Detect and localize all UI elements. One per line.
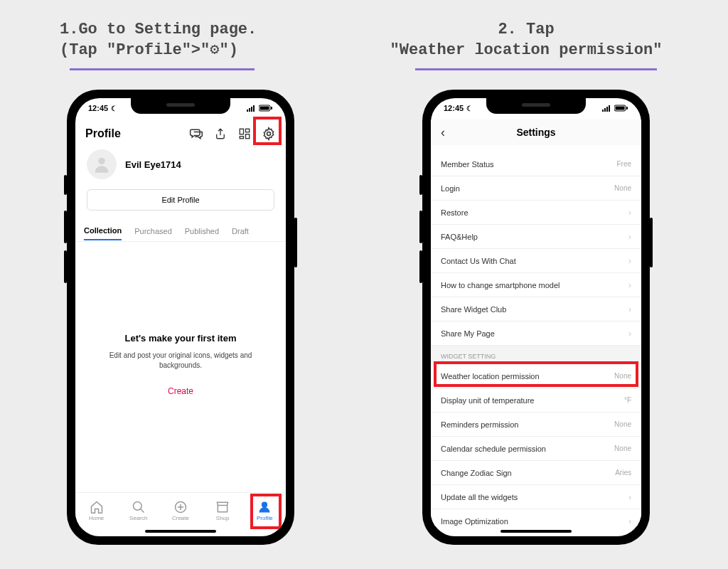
status-time: 12:45 (444, 104, 464, 112)
nav-create-label: Create (172, 515, 189, 521)
row-value: None (614, 445, 631, 452)
phone2-side-volup (419, 211, 422, 243)
row-value: None (614, 184, 631, 192)
svg-rect-18 (606, 107, 608, 112)
phone1-side-voldown (64, 250, 67, 283)
nav-create[interactable]: Create (163, 500, 198, 521)
row-value: Free (616, 160, 631, 168)
phone2-side-mute (419, 175, 422, 195)
empty-state: Let's make your first item Edit and post… (75, 333, 286, 396)
row-label: Share My Page (441, 329, 495, 338)
phone1-side-volup (64, 211, 67, 243)
signal-icon (602, 105, 612, 112)
svg-rect-16 (602, 110, 604, 112)
step2-instruction: 2. Tap "Weather location permission" (363, 20, 690, 60)
row-calendar[interactable]: Calendar schedule permission None (431, 437, 641, 461)
phone2-side-power (650, 218, 653, 267)
chevron-right-icon: › (628, 492, 631, 502)
row-label: FAQ&Help (441, 233, 478, 241)
home-indicator (500, 530, 572, 533)
empty-title: Let's make your first item (95, 333, 266, 344)
settings-title: Settings (516, 127, 555, 138)
row-value: Aries (615, 469, 631, 477)
phone-frame-2: 12:45 ☾ ‹ Settings Member Status Free (422, 90, 650, 545)
row-share-page[interactable]: Share My Page › (431, 321, 641, 346)
step2-line1: 2. Tap (498, 21, 554, 38)
row-member-status[interactable]: Member Status Free (431, 152, 641, 176)
nav-search[interactable]: Search (121, 500, 156, 521)
empty-sub: Edit and post your original icons, widge… (95, 351, 266, 371)
phone1-side-power (294, 218, 297, 267)
step2-line2: "Weather location permission" (390, 41, 663, 59)
row-label: Reminders permission (441, 420, 518, 429)
chevron-right-icon: › (628, 256, 631, 266)
step1-line2: (Tap "Profile">"⚙") (60, 41, 238, 59)
svg-rect-0 (247, 110, 248, 112)
row-value: °F (624, 396, 631, 404)
edit-profile-label: Edit Profile (161, 196, 199, 204)
svg-rect-21 (616, 107, 625, 110)
tab-collection[interactable]: Collection (84, 226, 122, 240)
svg-rect-8 (246, 129, 250, 132)
chat-icon[interactable] (189, 127, 203, 141)
row-reminders[interactable]: Reminders permission None (431, 413, 641, 437)
svg-rect-5 (260, 107, 269, 110)
row-label: Member Status (441, 160, 494, 169)
settings-header: ‹ Settings (431, 119, 641, 145)
phone2-notch (486, 98, 586, 114)
chevron-right-icon: › (628, 280, 631, 290)
back-icon[interactable]: ‹ (441, 125, 445, 140)
phone1-notch (131, 98, 230, 114)
row-zodiac[interactable]: Change Zodiac Sign Aries (431, 461, 641, 485)
status-time: 12:45 (88, 104, 108, 112)
phone1-screen: 12:45 ☾ Profile (75, 98, 286, 536)
tab-purchased[interactable]: Purchased (134, 227, 172, 235)
svg-rect-17 (604, 108, 606, 112)
row-contact[interactable]: Contact Us With Chat › (431, 249, 641, 273)
svg-rect-3 (253, 105, 255, 112)
nav-shop[interactable]: Shop (205, 500, 240, 521)
row-faq[interactable]: FAQ&Help › (431, 225, 641, 249)
row-image-opt[interactable]: Image Optimization › (431, 509, 641, 526)
row-label: Login (441, 184, 460, 193)
svg-rect-7 (240, 129, 243, 134)
row-temp-unit[interactable]: Display unit of temperature °F (431, 388, 641, 413)
row-label: Contact Us With Chat (441, 257, 516, 265)
row-share-wc[interactable]: Share Widget Club › (431, 297, 641, 321)
svg-rect-6 (271, 107, 272, 110)
battery-icon (614, 105, 628, 112)
row-label: Display unit of temperature (441, 396, 534, 405)
profile-tabs: Collection Purchased Published Draft (75, 220, 286, 242)
edit-profile-button[interactable]: Edit Profile (87, 189, 274, 211)
tab-draft[interactable]: Draft (232, 227, 249, 235)
row-restore[interactable]: Restore › (431, 201, 641, 225)
avatar[interactable] (87, 149, 117, 179)
dnd-moon-icon: ☾ (466, 105, 473, 112)
row-value: None (614, 420, 631, 428)
row-login[interactable]: Login None (431, 176, 641, 201)
highlight-gear (253, 117, 282, 145)
row-change-model[interactable]: How to change smartphone model › (431, 273, 641, 297)
home-indicator (145, 530, 216, 533)
phone-frame-1: 12:45 ☾ Profile (67, 90, 294, 545)
step2-underline (415, 68, 657, 70)
widgets-icon[interactable] (237, 127, 252, 141)
tab-published[interactable]: Published (185, 227, 219, 235)
svg-rect-9 (246, 134, 250, 139)
chevron-right-icon: › (628, 516, 631, 526)
profile-user-row: Evil Eye1714 (75, 149, 286, 179)
settings-list[interactable]: Member Status Free Login None Restore › … (431, 152, 641, 526)
chevron-right-icon: › (628, 304, 631, 314)
nav-home[interactable]: Home (79, 500, 114, 521)
row-label: Update all the widgets (441, 493, 518, 501)
svg-rect-19 (609, 105, 610, 112)
share-icon[interactable] (213, 127, 228, 141)
row-label: Calendar schedule permission (441, 445, 546, 453)
create-link[interactable]: Create (95, 386, 266, 396)
step1-line1: 1.Go to Setting page. (60, 21, 257, 38)
nav-search-label: Search (129, 515, 147, 521)
row-update-widgets[interactable]: Update all the widgets › (431, 485, 641, 509)
dnd-moon-icon: ☾ (111, 105, 117, 112)
chevron-right-icon: › (628, 208, 631, 218)
row-label: Image Optimization (441, 517, 508, 526)
